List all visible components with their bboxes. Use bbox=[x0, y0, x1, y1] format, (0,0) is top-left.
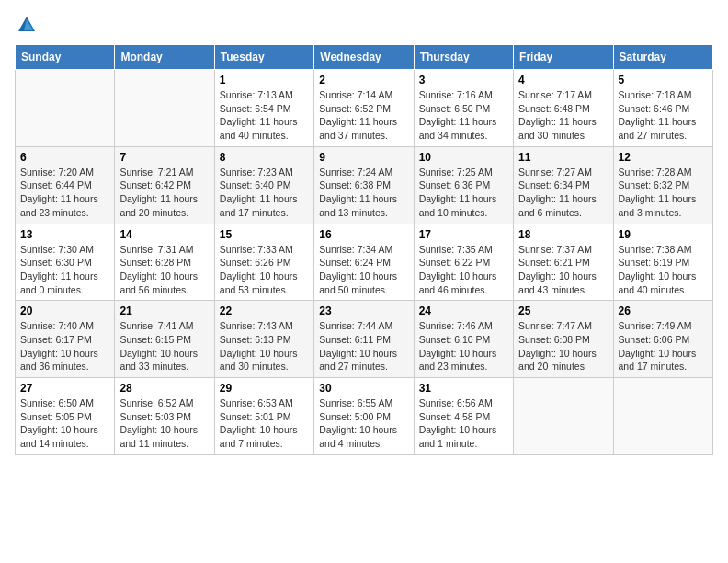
day-number: 22 bbox=[220, 304, 309, 317]
cell-content: Sunrise: 7:31 AM Sunset: 6:28 PM Dayligh… bbox=[119, 243, 209, 297]
cell-content: Sunrise: 7:34 AM Sunset: 6:24 PM Dayligh… bbox=[319, 243, 408, 297]
cell-content: Sunrise: 7:25 AM Sunset: 6:36 PM Dayligh… bbox=[419, 166, 508, 220]
calendar-cell: 22Sunrise: 7:43 AM Sunset: 6:13 PM Dayli… bbox=[214, 301, 313, 378]
day-header-friday: Friday bbox=[514, 45, 613, 70]
day-number: 2 bbox=[319, 74, 408, 86]
day-number: 12 bbox=[619, 151, 708, 164]
day-number: 31 bbox=[419, 382, 508, 395]
cell-content: Sunrise: 6:53 AM Sunset: 5:01 PM Dayligh… bbox=[220, 396, 309, 451]
day-number: 15 bbox=[220, 228, 309, 241]
cell-content: Sunrise: 7:35 AM Sunset: 6:22 PM Dayligh… bbox=[419, 243, 508, 297]
cell-content: Sunrise: 7:40 AM Sunset: 6:17 PM Dayligh… bbox=[20, 319, 109, 373]
cell-content: Sunrise: 6:56 AM Sunset: 4:58 PM Dayligh… bbox=[419, 396, 508, 451]
day-number: 5 bbox=[619, 74, 708, 86]
cell-content: Sunrise: 7:27 AM Sunset: 6:34 PM Dayligh… bbox=[518, 166, 608, 220]
cell-content: Sunrise: 7:23 AM Sunset: 6:40 PM Dayligh… bbox=[220, 166, 309, 220]
day-number: 25 bbox=[518, 304, 608, 317]
calendar-cell: 24Sunrise: 7:46 AM Sunset: 6:10 PM Dayli… bbox=[414, 301, 513, 378]
calendar-cell: 29Sunrise: 6:53 AM Sunset: 5:01 PM Dayli… bbox=[214, 378, 313, 455]
day-number: 29 bbox=[220, 382, 309, 395]
day-number: 9 bbox=[319, 151, 408, 164]
day-number: 19 bbox=[619, 228, 708, 241]
calendar-cell: 15Sunrise: 7:33 AM Sunset: 6:26 PM Dayli… bbox=[214, 224, 313, 301]
cell-content: Sunrise: 7:38 AM Sunset: 6:19 PM Dayligh… bbox=[619, 243, 708, 297]
calendar-cell: 2Sunrise: 7:14 AM Sunset: 6:52 PM Daylig… bbox=[314, 70, 414, 147]
calendar-cell: 28Sunrise: 6:52 AM Sunset: 5:03 PM Dayli… bbox=[115, 378, 214, 455]
calendar-cell: 25Sunrise: 7:47 AM Sunset: 6:08 PM Dayli… bbox=[514, 301, 613, 378]
cell-content: Sunrise: 6:50 AM Sunset: 5:05 PM Dayligh… bbox=[20, 396, 109, 451]
calendar-cell: 8Sunrise: 7:23 AM Sunset: 6:40 PM Daylig… bbox=[214, 146, 313, 224]
cell-content: Sunrise: 7:37 AM Sunset: 6:21 PM Dayligh… bbox=[518, 243, 608, 297]
cell-content: Sunrise: 7:14 AM Sunset: 6:52 PM Dayligh… bbox=[319, 88, 408, 143]
calendar-cell: 27Sunrise: 6:50 AM Sunset: 5:05 PM Dayli… bbox=[16, 378, 115, 455]
calendar-header-row: SundayMondayTuesdayWednesdayThursdayFrid… bbox=[16, 45, 713, 70]
calendar-cell: 23Sunrise: 7:44 AM Sunset: 6:11 PM Dayli… bbox=[314, 301, 414, 378]
calendar-cell: 6Sunrise: 7:20 AM Sunset: 6:44 PM Daylig… bbox=[16, 146, 115, 224]
cell-content: Sunrise: 7:24 AM Sunset: 6:38 PM Dayligh… bbox=[319, 166, 408, 220]
calendar-cell: 18Sunrise: 7:37 AM Sunset: 6:21 PM Dayli… bbox=[514, 224, 613, 301]
cell-content: Sunrise: 7:44 AM Sunset: 6:11 PM Dayligh… bbox=[319, 319, 408, 373]
calendar-cell: 19Sunrise: 7:38 AM Sunset: 6:19 PM Dayli… bbox=[613, 224, 712, 301]
day-header-saturday: Saturday bbox=[613, 45, 712, 70]
calendar-cell: 3Sunrise: 7:16 AM Sunset: 6:50 PM Daylig… bbox=[414, 70, 513, 147]
calendar-cell: 21Sunrise: 7:41 AM Sunset: 6:15 PM Dayli… bbox=[115, 301, 214, 378]
cell-content: Sunrise: 7:28 AM Sunset: 6:32 PM Dayligh… bbox=[619, 166, 708, 220]
day-number: 21 bbox=[119, 304, 209, 317]
calendar-cell: 10Sunrise: 7:25 AM Sunset: 6:36 PM Dayli… bbox=[414, 146, 513, 224]
calendar-cell: 7Sunrise: 7:21 AM Sunset: 6:42 PM Daylig… bbox=[115, 146, 214, 224]
cell-content: Sunrise: 7:46 AM Sunset: 6:10 PM Dayligh… bbox=[419, 319, 508, 373]
calendar-week-row: 1Sunrise: 7:13 AM Sunset: 6:54 PM Daylig… bbox=[16, 70, 713, 147]
day-header-monday: Monday bbox=[115, 45, 214, 70]
calendar-table: SundayMondayTuesdayWednesdayThursdayFrid… bbox=[15, 44, 713, 455]
calendar-cell: 9Sunrise: 7:24 AM Sunset: 6:38 PM Daylig… bbox=[314, 146, 414, 224]
day-number: 20 bbox=[20, 304, 109, 317]
calendar-cell: 14Sunrise: 7:31 AM Sunset: 6:28 PM Dayli… bbox=[115, 224, 214, 301]
day-number: 16 bbox=[319, 228, 408, 241]
calendar-cell: 30Sunrise: 6:55 AM Sunset: 5:00 PM Dayli… bbox=[314, 378, 414, 455]
calendar-cell: 12Sunrise: 7:28 AM Sunset: 6:32 PM Dayli… bbox=[613, 146, 712, 224]
day-header-thursday: Thursday bbox=[414, 45, 513, 70]
cell-content: Sunrise: 7:43 AM Sunset: 6:13 PM Dayligh… bbox=[220, 319, 309, 373]
calendar-cell bbox=[16, 70, 115, 147]
calendar-cell: 5Sunrise: 7:18 AM Sunset: 6:46 PM Daylig… bbox=[613, 70, 712, 147]
day-number: 28 bbox=[119, 382, 209, 395]
day-number: 26 bbox=[619, 304, 708, 317]
day-header-tuesday: Tuesday bbox=[214, 45, 313, 70]
calendar-cell bbox=[514, 378, 613, 455]
day-header-wednesday: Wednesday bbox=[314, 45, 414, 70]
calendar-cell: 17Sunrise: 7:35 AM Sunset: 6:22 PM Dayli… bbox=[414, 224, 513, 301]
cell-content: Sunrise: 7:18 AM Sunset: 6:46 PM Dayligh… bbox=[619, 88, 708, 143]
cell-content: Sunrise: 7:49 AM Sunset: 6:06 PM Dayligh… bbox=[619, 319, 708, 373]
cell-content: Sunrise: 7:20 AM Sunset: 6:44 PM Dayligh… bbox=[20, 166, 109, 220]
day-number: 17 bbox=[419, 228, 508, 241]
calendar-week-row: 13Sunrise: 7:30 AM Sunset: 6:30 PM Dayli… bbox=[16, 224, 713, 301]
day-number: 13 bbox=[20, 228, 109, 241]
day-number: 27 bbox=[20, 382, 109, 395]
calendar-cell: 16Sunrise: 7:34 AM Sunset: 6:24 PM Dayli… bbox=[314, 224, 414, 301]
calendar-cell: 4Sunrise: 7:17 AM Sunset: 6:48 PM Daylig… bbox=[514, 70, 613, 147]
calendar-cell: 13Sunrise: 7:30 AM Sunset: 6:30 PM Dayli… bbox=[16, 224, 115, 301]
calendar-cell: 1Sunrise: 7:13 AM Sunset: 6:54 PM Daylig… bbox=[214, 70, 313, 147]
day-number: 30 bbox=[319, 382, 408, 395]
calendar-week-row: 20Sunrise: 7:40 AM Sunset: 6:17 PM Dayli… bbox=[16, 301, 713, 378]
calendar-cell: 31Sunrise: 6:56 AM Sunset: 4:58 PM Dayli… bbox=[414, 378, 513, 455]
calendar-cell bbox=[115, 70, 214, 147]
cell-content: Sunrise: 7:17 AM Sunset: 6:48 PM Dayligh… bbox=[518, 88, 608, 143]
calendar-cell bbox=[613, 378, 712, 455]
day-number: 11 bbox=[518, 151, 608, 164]
cell-content: Sunrise: 6:52 AM Sunset: 5:03 PM Dayligh… bbox=[119, 396, 209, 451]
day-number: 7 bbox=[119, 151, 209, 164]
calendar-week-row: 6Sunrise: 7:20 AM Sunset: 6:44 PM Daylig… bbox=[16, 146, 713, 224]
page-header bbox=[15, 15, 713, 35]
day-number: 4 bbox=[518, 74, 608, 86]
day-number: 14 bbox=[119, 228, 209, 241]
cell-content: Sunrise: 6:55 AM Sunset: 5:00 PM Dayligh… bbox=[319, 396, 408, 451]
day-number: 6 bbox=[20, 151, 109, 164]
day-number: 24 bbox=[419, 304, 508, 317]
logo bbox=[15, 15, 37, 35]
cell-content: Sunrise: 7:21 AM Sunset: 6:42 PM Dayligh… bbox=[119, 166, 209, 220]
calendar-cell: 11Sunrise: 7:27 AM Sunset: 6:34 PM Dayli… bbox=[514, 146, 613, 224]
cell-content: Sunrise: 7:30 AM Sunset: 6:30 PM Dayligh… bbox=[20, 243, 109, 297]
day-number: 8 bbox=[220, 151, 309, 164]
day-number: 18 bbox=[518, 228, 608, 241]
